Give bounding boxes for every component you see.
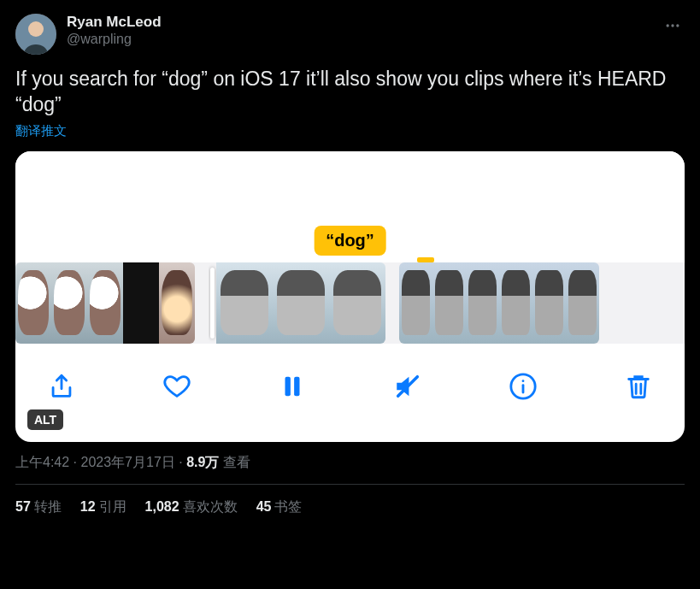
clip-group[interactable] bbox=[399, 262, 599, 344]
thumbnail bbox=[123, 262, 159, 344]
svg-rect-5 bbox=[285, 376, 291, 396]
tweet-container: Ryan McLeod @warpling If you search for … bbox=[0, 0, 700, 516]
svg-point-3 bbox=[671, 24, 674, 27]
playhead-marker bbox=[417, 257, 434, 262]
thumbnail bbox=[51, 262, 87, 344]
thumbnail bbox=[329, 262, 385, 344]
svg-point-1 bbox=[28, 21, 44, 37]
thumbnail bbox=[87, 262, 123, 344]
search-term-badge: “dog” bbox=[314, 226, 386, 256]
media-controls bbox=[15, 344, 685, 429]
svg-rect-6 bbox=[294, 376, 299, 396]
thumbnail bbox=[273, 262, 329, 344]
info-icon[interactable] bbox=[506, 369, 540, 403]
svg-point-4 bbox=[676, 24, 679, 27]
tweet-text: If you search for “dog” on iOS 17 it’ll … bbox=[15, 67, 685, 118]
thumbnail bbox=[566, 262, 599, 344]
trash-icon[interactable] bbox=[621, 369, 656, 403]
media-header-area: “dog” bbox=[15, 151, 685, 262]
share-icon[interactable] bbox=[44, 369, 79, 403]
thumbnail bbox=[466, 262, 499, 344]
thumbnail bbox=[159, 262, 195, 344]
user-handle[interactable]: @warpling bbox=[67, 31, 650, 49]
tweet-meta: 上午4:42 · 2023年7月17日 · 8.9万 查看 bbox=[15, 454, 685, 485]
svg-point-2 bbox=[667, 24, 669, 27]
svg-point-10 bbox=[522, 380, 525, 382]
bookmarks-stat[interactable]: 45书签 bbox=[256, 498, 303, 516]
user-block: Ryan McLeod @warpling bbox=[67, 14, 650, 49]
clip-group[interactable] bbox=[15, 262, 195, 344]
views-label: 查看 bbox=[219, 455, 250, 469]
thumbnail bbox=[399, 262, 432, 344]
more-icon[interactable] bbox=[661, 14, 685, 42]
alt-badge[interactable]: ALT bbox=[27, 409, 63, 430]
thumbnail bbox=[216, 262, 273, 344]
engagement-stats: 57转推 12引用 1,082喜欢次数 45书签 bbox=[15, 485, 685, 516]
video-timeline[interactable] bbox=[15, 262, 685, 344]
retweets-stat[interactable]: 57转推 bbox=[15, 498, 62, 516]
likes-stat[interactable]: 1,082喜欢次数 bbox=[145, 498, 238, 516]
avatar[interactable] bbox=[15, 14, 56, 55]
views-count: 8.9万 bbox=[186, 455, 219, 469]
thumbnail bbox=[532, 262, 566, 344]
tweet-header: Ryan McLeod @warpling bbox=[15, 14, 685, 55]
translate-link[interactable]: 翻译推文 bbox=[15, 123, 67, 139]
playhead[interactable] bbox=[210, 268, 215, 339]
thumbnail bbox=[499, 262, 532, 344]
thumbnail bbox=[432, 262, 466, 344]
thumbnail bbox=[15, 262, 51, 344]
display-name[interactable]: Ryan McLeod bbox=[67, 14, 650, 31]
pause-icon[interactable] bbox=[275, 369, 309, 403]
tweet-date[interactable]: 2023年7月17日 bbox=[80, 455, 174, 469]
quotes-stat[interactable]: 12引用 bbox=[80, 498, 126, 516]
clip-group[interactable] bbox=[209, 262, 385, 344]
tweet-time[interactable]: 上午4:42 bbox=[15, 455, 69, 469]
media-attachment[interactable]: “dog” bbox=[15, 151, 685, 442]
mute-icon[interactable] bbox=[391, 369, 425, 403]
heart-icon[interactable] bbox=[160, 369, 194, 403]
